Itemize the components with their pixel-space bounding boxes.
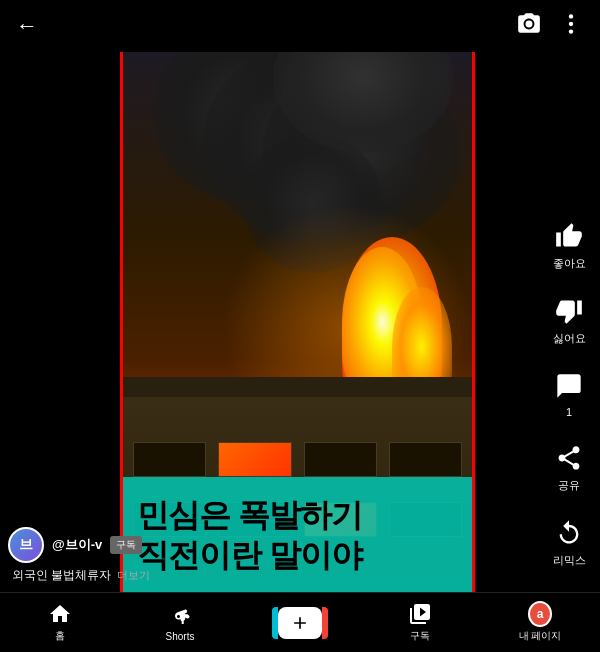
- remix-action[interactable]: 리믹스: [553, 517, 586, 568]
- svg-point-0: [569, 14, 573, 18]
- top-bar: ←: [0, 0, 600, 52]
- add-button[interactable]: [278, 607, 322, 639]
- dislike-icon: [553, 295, 585, 327]
- channel-name[interactable]: @브이-v: [52, 536, 102, 554]
- video-description: 외국인 불법체류자: [12, 567, 111, 584]
- like-label: 좋아요: [553, 256, 586, 271]
- remix-label: 리믹스: [553, 553, 586, 568]
- camera-icon[interactable]: [516, 11, 542, 41]
- comment-icon: [553, 370, 585, 402]
- subscribe-button[interactable]: 구독: [110, 536, 142, 554]
- mypage-label: 내 페이지: [519, 629, 562, 643]
- nav-shorts[interactable]: Shorts: [120, 604, 240, 642]
- like-icon: [553, 220, 585, 252]
- home-icon: [48, 602, 72, 626]
- video-description-row: 외국인 불법체류자 더보기: [8, 567, 150, 584]
- share-icon: [553, 442, 585, 474]
- more-icon[interactable]: [558, 11, 584, 41]
- dislike-action[interactable]: 싫어요: [553, 295, 586, 346]
- window: [389, 442, 462, 477]
- share-action[interactable]: 공유: [553, 442, 585, 493]
- share-label: 공유: [558, 478, 580, 493]
- video-scene: 민심은 폭발하기 직전이란 말이야: [123, 3, 472, 597]
- svg-point-1: [569, 22, 573, 26]
- subtitle-text: 민심은 폭발하기 직전이란 말이야: [137, 495, 458, 575]
- nav-mypage[interactable]: a 내 페이지: [480, 602, 600, 643]
- window-lit: [218, 442, 291, 477]
- nav-add[interactable]: [240, 607, 360, 639]
- remix-icon: [553, 517, 585, 549]
- shorts-icon: [168, 604, 192, 628]
- comment-action[interactable]: 1: [553, 370, 585, 418]
- window-row-1: [133, 442, 462, 477]
- back-button[interactable]: ←: [16, 13, 38, 39]
- right-actions: 좋아요 싫어요 1 공유 리믹스: [552, 220, 586, 626]
- subtitle-overlay: 민심은 폭발하기 직전이란 말이야: [123, 477, 472, 597]
- subscribe-nav-label: 구독: [410, 629, 430, 643]
- mypage-icon: a: [528, 602, 552, 626]
- subscribe-icon: [408, 602, 432, 626]
- home-label: 홈: [55, 629, 65, 643]
- channel-row: 브 @브이-v 구독: [8, 527, 150, 563]
- description-more[interactable]: 더보기: [117, 568, 150, 583]
- shorts-label: Shorts: [166, 631, 195, 642]
- user-avatar: a: [528, 601, 552, 627]
- window: [133, 442, 206, 477]
- like-action[interactable]: 좋아요: [553, 220, 586, 271]
- nav-home[interactable]: 홈: [0, 602, 120, 643]
- svg-point-2: [569, 29, 573, 33]
- bottom-nav: 홈 Shorts 구독 a 내 페이지: [0, 592, 600, 652]
- channel-info: 브 @브이-v 구독 외국인 불법체류자 더보기: [8, 527, 150, 584]
- window: [304, 442, 377, 477]
- comment-count: 1: [566, 406, 572, 418]
- video-player[interactable]: 민심은 폭발하기 직전이란 말이야: [120, 0, 475, 600]
- nav-subscribe[interactable]: 구독: [360, 602, 480, 643]
- avatar[interactable]: 브: [8, 527, 44, 563]
- dislike-label: 싫어요: [553, 331, 586, 346]
